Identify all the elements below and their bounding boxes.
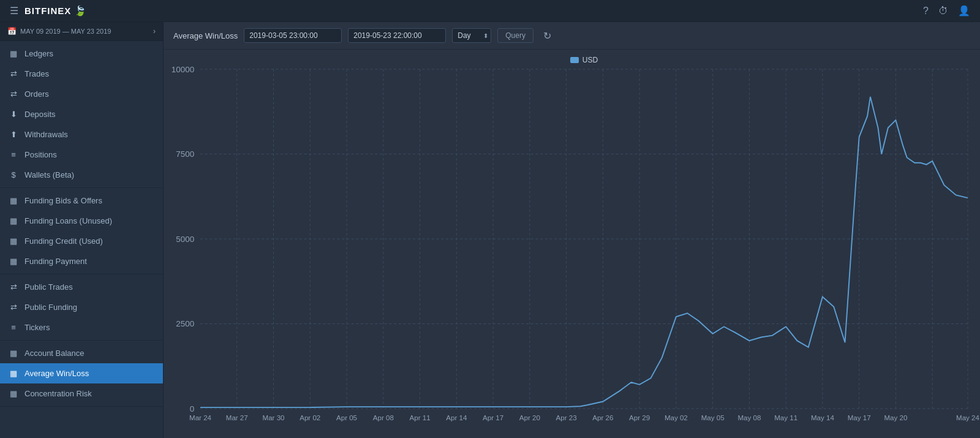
- svg-text:Apr 08: Apr 08: [373, 414, 394, 421]
- sidebar-item-funding-credit[interactable]: ▦ Funding Credit (Used): [0, 231, 163, 251]
- svg-text:Apr 23: Apr 23: [556, 414, 577, 421]
- sidebar-item-withdrawals[interactable]: ⬆ Withdrawals: [0, 124, 163, 145]
- date-to-input[interactable]: [348, 28, 446, 43]
- wallets-icon: $: [9, 170, 18, 179]
- sidebar-section-3: ⇄ Public Trades ⇄ Public Funding ≡ Ticke…: [0, 274, 163, 341]
- sidebar-item-label: Concentration Risk: [24, 389, 92, 398]
- sidebar-item-label: Trades: [24, 69, 49, 78]
- tickers-icon: ≡: [9, 323, 18, 332]
- ledgers-icon: ▦: [9, 49, 18, 58]
- chart-legend: USD: [200, 56, 968, 64]
- sidebar-item-label: Funding Loans (Unused): [24, 216, 112, 225]
- logo-text: BITFINEX: [24, 6, 71, 16]
- sidebar-section-1: ▦ Ledgers ⇄ Trades ⇄ Orders ⬇ Deposits ⬆…: [0, 41, 163, 188]
- deposits-icon: ⬇: [9, 110, 18, 119]
- sidebar-item-label: Ledgers: [24, 49, 53, 58]
- legend-usd-label: USD: [582, 56, 598, 64]
- chart-area: USD 10000 7500 5000 2500 0: [164, 50, 980, 438]
- svg-text:May 05: May 05: [701, 414, 725, 421]
- withdrawals-icon: ⬆: [9, 130, 18, 139]
- sidebar-item-funding-payment[interactable]: ▦ Funding Payment: [0, 251, 163, 271]
- sidebar-item-label: Public Trades: [24, 282, 73, 292]
- sidebar-item-wallets[interactable]: $ Wallets (Beta): [0, 165, 163, 185]
- public-trades-icon: ⇄: [9, 282, 18, 292]
- sidebar-item-public-funding[interactable]: ⇄ Public Funding: [0, 297, 163, 317]
- svg-text:May 02: May 02: [665, 414, 688, 421]
- logo-leaf-icon: 🍃: [74, 5, 87, 17]
- svg-text:Apr 11: Apr 11: [410, 414, 431, 421]
- svg-text:May 14: May 14: [811, 414, 834, 421]
- orders-icon: ⇄: [9, 89, 18, 99]
- sidebar-item-orders[interactable]: ⇄ Orders: [0, 84, 163, 104]
- logo: BITFINEX 🍃: [24, 5, 87, 17]
- sidebar-item-average-win-loss[interactable]: ▦ Average Win/Loss: [0, 363, 163, 383]
- interval-select[interactable]: Day Week Month: [452, 28, 491, 43]
- svg-text:Apr 17: Apr 17: [483, 414, 503, 421]
- date-range: 📅 MAY 09 2019 — MAY 23 2019: [7, 27, 111, 36]
- sidebar-item-tickers[interactable]: ≡ Tickers: [0, 317, 163, 338]
- sidebar-item-label: Funding Payment: [24, 257, 87, 266]
- sidebar-item-funding-bids[interactable]: ▦ Funding Bids & Offers: [0, 191, 163, 211]
- hamburger-icon[interactable]: ☰: [10, 5, 18, 17]
- svg-text:Mar 24: Mar 24: [189, 414, 212, 421]
- chart-line-usd: [200, 97, 968, 407]
- svg-text:May 11: May 11: [774, 414, 797, 421]
- funding-bids-icon: ▦: [9, 196, 18, 205]
- refresh-button[interactable]: ↻: [540, 29, 555, 43]
- query-button[interactable]: Query: [497, 28, 533, 43]
- sidebar-item-public-trades[interactable]: ⇄ Public Trades: [0, 277, 163, 297]
- topbar-icons: ? ⏱ 👤: [923, 5, 970, 17]
- chart-svg: 10000 7500 5000 2500 0: [200, 69, 968, 409]
- sidebar-section-4: ▦ Account Balance ▦ Average Win/Loss ▦ C…: [0, 341, 163, 407]
- sidebar-item-label: Public Funding: [24, 303, 77, 312]
- svg-text:10000: 10000: [172, 65, 194, 74]
- svg-text:Mar 27: Mar 27: [226, 414, 248, 421]
- svg-text:Apr 14: Apr 14: [446, 414, 467, 421]
- svg-text:May 17: May 17: [848, 414, 871, 421]
- date-from-input[interactable]: [244, 28, 342, 43]
- user-icon[interactable]: 👤: [958, 5, 970, 17]
- sidebar-section-2: ▦ Funding Bids & Offers ▦ Funding Loans …: [0, 188, 163, 274]
- svg-text:5000: 5000: [176, 235, 194, 244]
- svg-text:0: 0: [190, 404, 195, 413]
- clock-icon[interactable]: ⏱: [938, 6, 948, 17]
- sidebar-item-label: Orders: [24, 89, 49, 99]
- sidebar-item-label: Funding Bids & Offers: [24, 196, 102, 205]
- svg-text:May 24: May 24: [956, 414, 979, 421]
- sidebar-item-label: Account Balance: [24, 349, 85, 358]
- calendar-icon: 📅: [7, 27, 17, 36]
- sidebar-item-concentration-risk[interactable]: ▦ Concentration Risk: [0, 383, 163, 404]
- funding-loans-icon: ▦: [9, 216, 18, 225]
- funding-credit-icon: ▦: [9, 236, 18, 246]
- trades-icon: ⇄: [9, 69, 18, 78]
- svg-text:Apr 20: Apr 20: [519, 414, 540, 421]
- svg-text:May 20: May 20: [884, 414, 907, 421]
- sidebar-item-ledgers[interactable]: ▦ Ledgers: [0, 43, 163, 64]
- topbar-left: ☰ BITFINEX 🍃: [10, 5, 87, 17]
- average-win-loss-icon: ▦: [9, 369, 18, 378]
- svg-text:Apr 29: Apr 29: [629, 414, 650, 421]
- help-icon[interactable]: ?: [923, 6, 929, 17]
- sidebar-item-label: Positions: [24, 150, 57, 159]
- svg-text:Apr 02: Apr 02: [300, 414, 320, 421]
- svg-text:May 08: May 08: [737, 414, 761, 421]
- date-range-expand-icon[interactable]: ›: [153, 27, 156, 36]
- public-funding-icon: ⇄: [9, 303, 18, 312]
- main-layout: 📅 MAY 09 2019 — MAY 23 2019 › ▦ Ledgers …: [0, 22, 980, 438]
- sidebar-item-label: Average Win/Loss: [24, 369, 89, 378]
- sidebar-item-funding-loans[interactable]: ▦ Funding Loans (Unused): [0, 211, 163, 231]
- sidebar-item-account-balance[interactable]: ▦ Account Balance: [0, 343, 163, 363]
- sidebar-item-label: Funding Credit (Used): [24, 236, 103, 246]
- legend-color-swatch: [570, 57, 579, 63]
- sidebar: 📅 MAY 09 2019 — MAY 23 2019 › ▦ Ledgers …: [0, 22, 164, 438]
- account-balance-icon: ▦: [9, 349, 18, 358]
- svg-text:2500: 2500: [176, 319, 194, 328]
- sidebar-item-deposits[interactable]: ⬇ Deposits: [0, 104, 163, 124]
- sidebar-item-label: Deposits: [24, 110, 56, 119]
- sidebar-item-trades[interactable]: ⇄ Trades: [0, 64, 163, 84]
- funding-payment-icon: ▦: [9, 257, 18, 266]
- chart-svg-container: 10000 7500 5000 2500 0: [200, 69, 968, 409]
- sidebar-item-positions[interactable]: ≡ Positions: [0, 145, 163, 165]
- svg-text:Apr 05: Apr 05: [336, 414, 357, 421]
- chart-title: Average Win/Loss: [173, 31, 238, 40]
